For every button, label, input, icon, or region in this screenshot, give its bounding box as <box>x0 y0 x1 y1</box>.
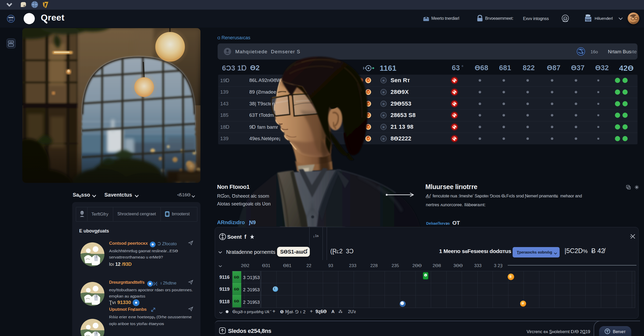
svg-text:NIRB: NIRB <box>8 16 14 19</box>
svg-text:1: 1 <box>425 274 426 277</box>
svg-text:GO: GO <box>10 41 12 43</box>
svg-text:12: 12 <box>564 17 567 20</box>
svg-text:(2+0: (2+0 <box>9 19 13 21</box>
